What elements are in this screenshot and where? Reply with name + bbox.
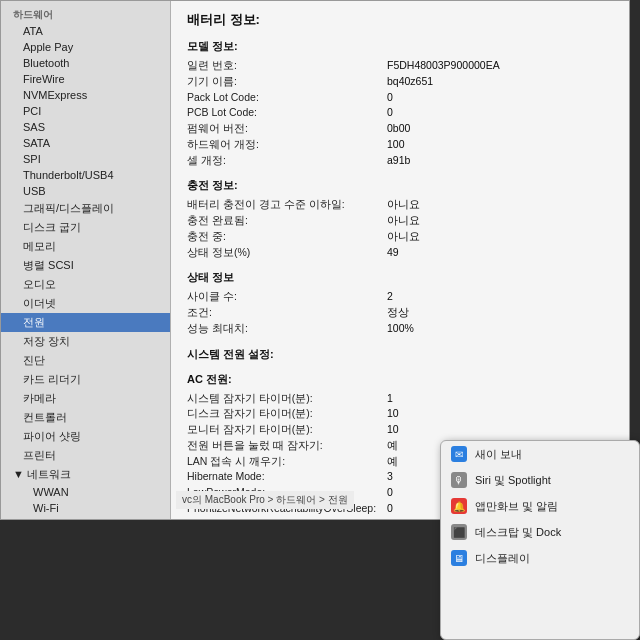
info-row: 충전 완료됨:아니요: [187, 213, 613, 229]
info-row: 기기 이름:bq40z651: [187, 74, 613, 90]
context-menu-item-desktop[interactable]: ⬛데스크탑 및 Dock: [441, 519, 639, 545]
info-value: bq40z651: [387, 74, 613, 90]
sidebar-item-printer[interactable]: 진단: [1, 351, 170, 370]
info-value: 아니요: [387, 229, 613, 245]
info-label: 상태 정보(%): [187, 245, 387, 261]
sidebar: 하드웨어 ATAApple PayBluetoothFireWireNVMExp…: [1, 1, 171, 519]
info-row: 충전 중:아니요: [187, 229, 613, 245]
sidebar-item-memory[interactable]: 메모리: [1, 237, 170, 256]
info-value: 49: [387, 245, 613, 261]
info-label: 기기 이름:: [187, 74, 387, 90]
screen: 하드웨어 ATAApple PayBluetoothFireWireNVMExp…: [0, 0, 640, 640]
context-menu-item-share[interactable]: ✉새이 보내: [441, 441, 639, 467]
sidebar-item-firewall[interactable]: 파이어 샷링: [1, 427, 170, 446]
sidebar-item-network[interactable]: ▼ 네트워크: [1, 465, 170, 484]
info-value: 아니요: [387, 197, 613, 213]
sidebar-section-hardware: 하드웨어: [1, 5, 170, 23]
info-row: PCB Lot Code:0: [187, 105, 613, 121]
sidebar-item-nvmexpress[interactable]: NVMExpress: [1, 87, 170, 103]
sidebar-item-firewire[interactable]: FireWire: [1, 71, 170, 87]
info-label: 펌웨어 버전:: [187, 121, 387, 137]
info-row: 디스크 잠자기 타이머(분):10: [187, 406, 613, 422]
context-menu-item-notifications[interactable]: 🔔앱만화브 및 알림: [441, 493, 639, 519]
sidebar-item-wwan[interactable]: WWAN: [1, 484, 170, 500]
context-item-icon: 🎙: [451, 472, 467, 488]
context-item-label: 데스크탑 및 Dock: [475, 525, 561, 540]
info-label: 성능 최대치:: [187, 321, 387, 337]
info-row: 사이클 수:2: [187, 289, 613, 305]
context-item-label: 앱만화브 및 알림: [475, 499, 558, 514]
context-menu: ✉새이 보내🎙Siri 및 Spotlight🔔앱만화브 및 알림⬛데스크탑 및…: [440, 440, 640, 640]
sidebar-item-disk-burning[interactable]: 디스크 굽기: [1, 218, 170, 237]
sidebar-item-wifi[interactable]: Wi-Fi: [1, 500, 170, 516]
info-row: 일련 번호:F5DH48003P900000EA: [187, 58, 613, 74]
model-section-title: 모델 정보:: [187, 39, 613, 54]
info-value: 10: [387, 422, 613, 438]
info-row: Pack Lot Code:0: [187, 90, 613, 106]
sidebar-item-storage[interactable]: 저장 장치: [1, 332, 170, 351]
info-label: 하드웨어 개정:: [187, 137, 387, 153]
sidebar-item-audio[interactable]: 오디오: [1, 275, 170, 294]
info-row: 셀 개정:a91b: [187, 153, 613, 169]
sidebar-item-usb[interactable]: USB: [1, 183, 170, 199]
info-row: 펌웨어 버전:0b00: [187, 121, 613, 137]
info-label: LAN 접속 시 깨우기:: [187, 454, 387, 470]
info-value: 0b00: [387, 121, 613, 137]
context-item-label: 디스플레이: [475, 551, 530, 566]
info-label: 전원 버튼을 눌렀 때 잠자기:: [187, 438, 387, 454]
info-label: Hibernate Mode:: [187, 469, 387, 485]
info-value: 2: [387, 289, 613, 305]
info-label: 일련 번호:: [187, 58, 387, 74]
info-value: a91b: [387, 153, 613, 169]
sidebar-item-power[interactable]: 전원: [1, 313, 170, 332]
context-item-icon: ⬛: [451, 524, 467, 540]
info-value: F5DH48003P900000EA: [387, 58, 613, 74]
sidebar-item-bluetooth[interactable]: Bluetooth: [1, 55, 170, 71]
sidebar-item-sas[interactable]: SAS: [1, 119, 170, 135]
sidebar-item-sata[interactable]: SATA: [1, 135, 170, 151]
sidebar-item-card-reader[interactable]: 카드 리더기: [1, 370, 170, 389]
status-section-title: 상태 정보: [187, 270, 613, 285]
context-menu-item-siri[interactable]: 🎙Siri 및 Spotlight: [441, 467, 639, 493]
context-item-label: Siri 및 Spotlight: [475, 473, 551, 488]
info-label: 모니터 잠자기 타이머(분):: [187, 422, 387, 438]
context-item-icon: 🔔: [451, 498, 467, 514]
info-row: 상태 정보(%)49: [187, 245, 613, 261]
system-section-title: 시스템 전원 설정:: [187, 347, 613, 362]
sidebar-item-thunderbolt[interactable]: Thunderbolt/USB4: [1, 167, 170, 183]
info-label: 충전 완료됨:: [187, 213, 387, 229]
sidebar-item-controller[interactable]: 컨트롤러: [1, 408, 170, 427]
info-label: 디스크 잠자기 타이머(분):: [187, 406, 387, 422]
ac-section-title: AC 전원:: [187, 372, 613, 387]
info-value: 0: [387, 90, 613, 106]
charge-section-title: 충전 정보:: [187, 178, 613, 193]
breadcrumb: vc의 MacBook Pro > 하드웨어 > 전원: [176, 491, 354, 509]
context-item-label: 새이 보내: [475, 447, 522, 462]
sidebar-item-spi[interactable]: SPI: [1, 151, 170, 167]
content-title: 배터리 정보:: [187, 11, 613, 29]
sidebar-item-bluetooth2[interactable]: 블루투스: [1, 516, 170, 519]
info-row: 성능 최대치:100%: [187, 321, 613, 337]
info-label: 충전 중:: [187, 229, 387, 245]
sidebar-item-printer2[interactable]: 프린터: [1, 446, 170, 465]
info-value: 정상: [387, 305, 613, 321]
sidebar-item-apple-pay[interactable]: Apple Pay: [1, 39, 170, 55]
info-value: 1: [387, 391, 613, 407]
sidebar-item-graphics[interactable]: 그래픽/디스플레이: [1, 199, 170, 218]
sidebar-item-parallel-scsi[interactable]: 병렬 SCSI: [1, 256, 170, 275]
sidebar-item-camera[interactable]: 카메라: [1, 389, 170, 408]
sidebar-item-ethernet[interactable]: 이더넷: [1, 294, 170, 313]
sidebar-item-pci[interactable]: PCI: [1, 103, 170, 119]
info-row: 배터리 충전이 경고 수준 이하일:아니요: [187, 197, 613, 213]
info-row: 모니터 잠자기 타이머(분):10: [187, 422, 613, 438]
sidebar-item-ata[interactable]: ATA: [1, 23, 170, 39]
info-row: 시스템 잠자기 타이머(분):1: [187, 391, 613, 407]
info-label: 셀 개정:: [187, 153, 387, 169]
context-item-icon: ✉: [451, 446, 467, 462]
info-label: 배터리 충전이 경고 수준 이하일:: [187, 197, 387, 213]
info-label: 시스템 잠자기 타이머(분):: [187, 391, 387, 407]
info-value: 아니요: [387, 213, 613, 229]
info-label: 사이클 수:: [187, 289, 387, 305]
info-label: 조건:: [187, 305, 387, 321]
context-menu-item-display[interactable]: 🖥디스플레이: [441, 545, 639, 571]
